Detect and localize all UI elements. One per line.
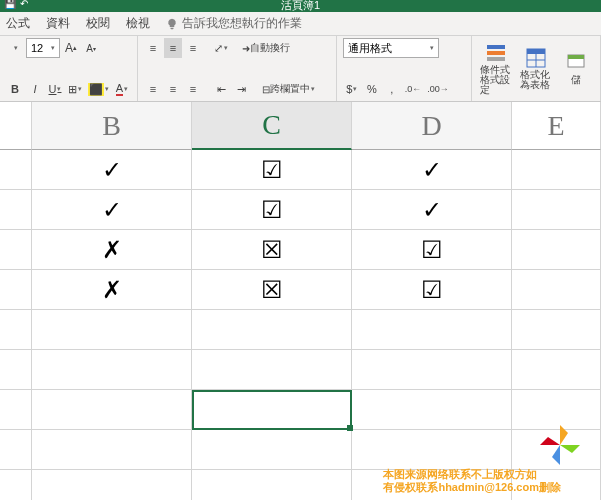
cell[interactable]: ✗ bbox=[32, 270, 192, 310]
tab-formulas[interactable]: 公式 bbox=[6, 15, 30, 32]
row-header[interactable] bbox=[0, 470, 32, 500]
cell-style-icon bbox=[566, 51, 586, 71]
cell[interactable] bbox=[32, 310, 192, 350]
cell[interactable] bbox=[512, 150, 601, 190]
col-header-e[interactable]: E bbox=[512, 102, 601, 150]
save-icon[interactable]: 💾 bbox=[4, 0, 16, 9]
cell[interactable] bbox=[32, 430, 192, 470]
border-button[interactable]: ⊞▾ bbox=[66, 79, 84, 99]
currency-button[interactable]: $▾ bbox=[343, 79, 361, 99]
row-header[interactable] bbox=[0, 430, 32, 470]
row-header[interactable] bbox=[0, 190, 32, 230]
row-header[interactable] bbox=[0, 390, 32, 430]
font-color-button[interactable]: A▾ bbox=[113, 79, 131, 99]
decrease-font-button[interactable]: A▾ bbox=[82, 38, 100, 58]
align-top-button[interactable]: ≡ bbox=[144, 38, 162, 58]
row-header[interactable] bbox=[0, 150, 32, 190]
italic-button[interactable]: I bbox=[26, 79, 44, 99]
undo-icon[interactable]: ↶ bbox=[20, 0, 28, 9]
increase-decimal-button[interactable]: .0← bbox=[403, 79, 424, 99]
cell[interactable] bbox=[192, 430, 352, 470]
row-header[interactable] bbox=[0, 310, 32, 350]
title-bar: 💾 ↶ 活頁簿1 bbox=[0, 0, 601, 12]
cell[interactable]: ✓ bbox=[32, 150, 192, 190]
svg-rect-0 bbox=[487, 45, 505, 49]
tell-me[interactable]: 告訴我您想執行的作業 bbox=[166, 15, 302, 32]
decrease-decimal-button[interactable]: .00→ bbox=[425, 79, 451, 99]
font-size-input[interactable]: 12▾ bbox=[26, 38, 60, 58]
cell[interactable] bbox=[512, 310, 601, 350]
cell[interactable]: ✓ bbox=[32, 190, 192, 230]
underline-button[interactable]: U▾ bbox=[46, 79, 64, 99]
cell[interactable] bbox=[32, 470, 192, 500]
col-header-d[interactable]: D bbox=[352, 102, 512, 150]
format-as-table-button[interactable]: 格式化為表格 bbox=[518, 46, 554, 92]
merge-center-button[interactable]: ⊟ 跨欄置中▾ bbox=[260, 79, 317, 99]
row-header[interactable] bbox=[0, 230, 32, 270]
cell[interactable] bbox=[512, 350, 601, 390]
cell[interactable]: ☑ bbox=[352, 270, 512, 310]
row-header[interactable] bbox=[0, 270, 32, 310]
cell-styles-button[interactable]: 儲 bbox=[558, 49, 594, 89]
orientation-button[interactable]: ⤢▾ bbox=[212, 38, 230, 58]
quick-access: 💾 ↶ bbox=[4, 0, 28, 9]
cell[interactable]: ☑ bbox=[192, 190, 352, 230]
tab-view[interactable]: 檢視 bbox=[126, 15, 150, 32]
cell[interactable]: ☑ bbox=[352, 230, 512, 270]
col-header-c[interactable]: C bbox=[192, 102, 352, 150]
col-header-blank[interactable] bbox=[0, 102, 32, 150]
cell[interactable] bbox=[352, 390, 512, 430]
fill-color-button[interactable]: ⬛▾ bbox=[86, 79, 111, 99]
cell[interactable]: ✓ bbox=[352, 190, 512, 230]
cell[interactable] bbox=[32, 350, 192, 390]
cell[interactable] bbox=[512, 230, 601, 270]
align-middle-button[interactable]: ≡ bbox=[164, 38, 182, 58]
active-cell[interactable] bbox=[192, 390, 352, 430]
decrease-indent-button[interactable]: ⇤ bbox=[212, 79, 230, 99]
cell[interactable] bbox=[352, 350, 512, 390]
comma-button[interactable]: , bbox=[383, 79, 401, 99]
tab-review[interactable]: 校閱 bbox=[86, 15, 110, 32]
conditional-format-button[interactable]: 條件式格式設定 bbox=[478, 41, 514, 97]
cell[interactable]: ✗ bbox=[32, 230, 192, 270]
percent-button[interactable]: % bbox=[363, 79, 381, 99]
cell[interactable]: ☑ bbox=[192, 150, 352, 190]
lightbulb-icon bbox=[166, 18, 178, 30]
fill-handle[interactable] bbox=[347, 425, 353, 431]
increase-font-button[interactable]: A▴ bbox=[62, 38, 80, 58]
watermark-logo-icon bbox=[535, 420, 585, 470]
cell[interactable] bbox=[352, 430, 512, 470]
table-icon bbox=[526, 48, 546, 68]
cell[interactable]: ☒ bbox=[192, 270, 352, 310]
cell[interactable] bbox=[192, 310, 352, 350]
align-left-button[interactable]: ≡ bbox=[144, 79, 162, 99]
align-right-button[interactable]: ≡ bbox=[184, 79, 202, 99]
cell[interactable] bbox=[352, 310, 512, 350]
cell[interactable]: ☒ bbox=[192, 230, 352, 270]
align-bottom-button[interactable]: ≡ bbox=[184, 38, 202, 58]
cell[interactable] bbox=[512, 270, 601, 310]
wrap-text-button[interactable]: ➜ 自動換行 bbox=[240, 38, 292, 58]
ribbon: ▾ 12▾ A▴ A▾ B I U▾ ⊞▾ ⬛▾ A▾ ≡ ≡ ≡ ⤢▾ ➜ 自… bbox=[0, 36, 601, 102]
number-format-select[interactable]: 通用格式▾ bbox=[343, 38, 439, 58]
row-header[interactable] bbox=[0, 350, 32, 390]
cell[interactable] bbox=[192, 470, 352, 500]
align-center-button[interactable]: ≡ bbox=[164, 79, 182, 99]
grid-row: ✗ ☒ ☑ bbox=[0, 270, 601, 310]
workbook-title: 活頁簿1 bbox=[281, 0, 320, 13]
svg-rect-8 bbox=[568, 55, 584, 59]
cell[interactable] bbox=[512, 190, 601, 230]
increase-indent-button[interactable]: ⇥ bbox=[232, 79, 250, 99]
ribbon-tabs: 公式 資料 校閱 檢視 告訴我您想執行的作業 bbox=[0, 12, 601, 36]
cell[interactable]: ✓ bbox=[352, 150, 512, 190]
bold-button[interactable]: B bbox=[6, 79, 24, 99]
col-header-b[interactable]: B bbox=[32, 102, 192, 150]
tab-data[interactable]: 資料 bbox=[46, 15, 70, 32]
styles-group: 條件式格式設定 格式化為表格 儲 bbox=[472, 36, 601, 101]
cell[interactable] bbox=[192, 350, 352, 390]
grid-row: ✓ ☑ ✓ bbox=[0, 150, 601, 190]
number-group: 通用格式▾ $▾ % , .0← .00→ bbox=[337, 36, 472, 101]
cell[interactable] bbox=[32, 390, 192, 430]
font-dropdown[interactable]: ▾ bbox=[6, 38, 24, 58]
worksheet-grid[interactable]: B C D E ✓ ☑ ✓ ✓ ☑ ✓ ✗ ☒ ☑ ✗ ☒ ☑ bbox=[0, 102, 601, 500]
